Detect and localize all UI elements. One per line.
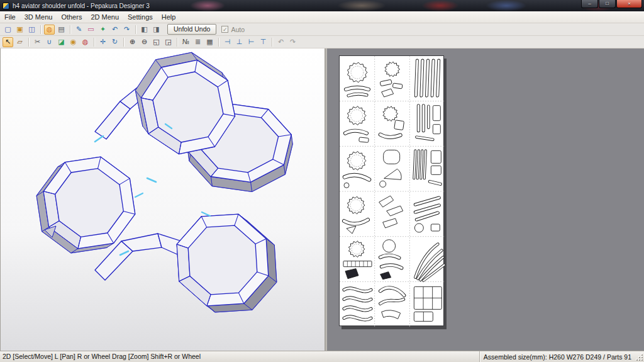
select-part-icon[interactable]: ▱ [14, 37, 25, 47]
undo-icon[interactable]: ↶ [109, 25, 120, 35]
toolbar-separator [123, 38, 124, 47]
eraser-icon[interactable]: ▭ [86, 25, 96, 35]
part-number-icon[interactable]: № [180, 37, 191, 47]
2d-pattern-pane[interactable] [327, 48, 644, 351]
toolbar-separator [135, 25, 136, 34]
assembled-size-text: Assembled size(mm): H260 W276 D249 / Par… [479, 351, 635, 362]
menu-settings[interactable]: Settings [123, 13, 157, 22]
resize-grip[interactable] [636, 354, 643, 361]
window-controls: – □ × [580, 0, 642, 8]
select-move-icon[interactable]: ↖ [3, 37, 13, 47]
main-area [0, 48, 644, 351]
pattern-cell[interactable] [345, 106, 369, 143]
close-button[interactable]: × [616, 0, 642, 8]
zoom-out-icon[interactable]: ⊖ [139, 37, 150, 47]
flap-color-icon[interactable]: ◍ [80, 37, 91, 47]
pattern-cell[interactable] [344, 288, 371, 320]
save-file-icon[interactable]: ◫ [26, 25, 37, 35]
align-right-icon[interactable]: ⊢ [246, 37, 257, 47]
toolbar-separator [40, 25, 41, 34]
pattern-cell[interactable] [343, 241, 372, 279]
pattern-cell[interactable] [380, 150, 401, 187]
zoom-select-icon[interactable]: ◲ [163, 37, 174, 47]
pattern-cell[interactable] [344, 196, 368, 234]
pattern-cell[interactable] [380, 106, 404, 137]
undo-2d-icon[interactable]: ↶ [275, 37, 286, 47]
menu-2d-menu[interactable]: 2D Menu [86, 13, 123, 22]
new-file-icon[interactable]: ▢ [3, 25, 13, 35]
status-hint-text: 2D [Select/Move] L [Pan] R or Wheel Drag… [3, 353, 201, 360]
main-toolbar: ▢▣◫◍▤✎▭✦↶↷◧◨ Unfold Undo ✓ Auto [0, 23, 644, 36]
redo-icon[interactable]: ↷ [121, 25, 132, 35]
zoom-fit-icon[interactable]: ◱ [151, 37, 162, 47]
zoom-in-icon[interactable]: ⊕ [127, 37, 138, 47]
edge-color-icon[interactable]: ◪ [56, 37, 67, 47]
rotate-part-icon[interactable]: ↻ [109, 37, 120, 47]
window-split-icon[interactable]: ◨ [151, 25, 162, 35]
pattern-cell[interactable] [380, 288, 404, 319]
pattern-cell[interactable] [416, 60, 438, 96]
3d-view-pane[interactable] [0, 48, 325, 351]
show-3d-2d-icon[interactable]: ◧ [139, 25, 150, 35]
move-part-icon[interactable]: ✛ [97, 37, 108, 47]
divide-edge-icon[interactable]: ✂ [32, 37, 43, 47]
paint-icon[interactable]: ✦ [97, 25, 108, 35]
menu-help[interactable]: Help [157, 13, 180, 22]
edge-number-icon[interactable]: ≣ [192, 37, 203, 47]
maximize-button[interactable]: □ [599, 0, 616, 8]
toolbar-separator [70, 25, 70, 34]
window-title: h4 aviator shoulder unfold - Pepakura De… [13, 3, 150, 9]
toolbar-separator [94, 38, 94, 47]
glue-tab-icon[interactable]: ◉ [68, 37, 79, 47]
pattern-cell[interactable] [414, 150, 441, 184]
open-file-icon[interactable]: ▣ [14, 25, 25, 35]
toolbar-separator [218, 38, 219, 47]
3d-viewport[interactable] [1, 48, 325, 351]
status-bar: 2D [Select/Move] L [Pan] R or Wheel Drag… [0, 351, 644, 362]
toolbar-separator [272, 38, 272, 47]
join-edge-icon[interactable]: ∪ [44, 37, 55, 47]
app-window: h4 aviator shoulder unfold - Pepakura De… [0, 0, 644, 362]
menu-3d-menu[interactable]: 3D Menu [20, 13, 57, 22]
2d-toolbar: ↖▱✂∪◪◉◍✛↻⊕⊖◱◲№≣▦⊣⊥⊢⊤↶↷ [0, 36, 644, 48]
align-top-icon[interactable]: ⊤ [258, 37, 269, 47]
align-center-icon[interactable]: ⊥ [234, 37, 245, 47]
toolbar-separator [177, 38, 177, 47]
pattern-cell[interactable] [414, 286, 441, 321]
pattern-page[interactable] [339, 55, 444, 326]
print-icon[interactable]: ▤ [56, 25, 67, 35]
menu-others[interactable]: Others [57, 13, 86, 22]
app-icon[interactable] [3, 3, 9, 9]
pencil-edit-icon[interactable]: ✎ [74, 25, 84, 35]
pattern-cell[interactable] [380, 62, 402, 97]
texture-view-icon[interactable]: ◍ [44, 25, 55, 35]
auto-checkbox-label: Auto [231, 26, 245, 33]
auto-checkbox-wrap: ✓ Auto [221, 26, 245, 33]
title-bar[interactable]: h4 aviator shoulder unfold - Pepakura De… [0, 0, 644, 11]
pattern-cell[interactable] [380, 240, 402, 280]
pattern-cell[interactable] [346, 62, 369, 96]
pattern-cell[interactable] [416, 106, 440, 140]
pattern-cell[interactable] [344, 151, 369, 188]
redo-2d-icon[interactable]: ↷ [287, 37, 298, 47]
page-config-icon[interactable]: ▦ [204, 37, 215, 47]
toolbar-separator [28, 38, 29, 47]
pattern-cell[interactable] [379, 196, 403, 228]
menu-file[interactable]: File [0, 13, 20, 22]
auto-checkbox[interactable]: ✓ [221, 26, 228, 33]
menu-bar: File 3D Menu Others 2D Menu Settings Hel… [0, 11, 644, 23]
pattern-canvas[interactable] [340, 56, 445, 327]
unfold-undo-button[interactable]: Unfold Undo [167, 24, 216, 35]
align-left-icon[interactable]: ⊣ [222, 37, 233, 47]
pattern-cell[interactable] [415, 244, 444, 281]
minimize-button[interactable]: – [581, 0, 598, 8]
pattern-cell[interactable] [414, 198, 440, 232]
